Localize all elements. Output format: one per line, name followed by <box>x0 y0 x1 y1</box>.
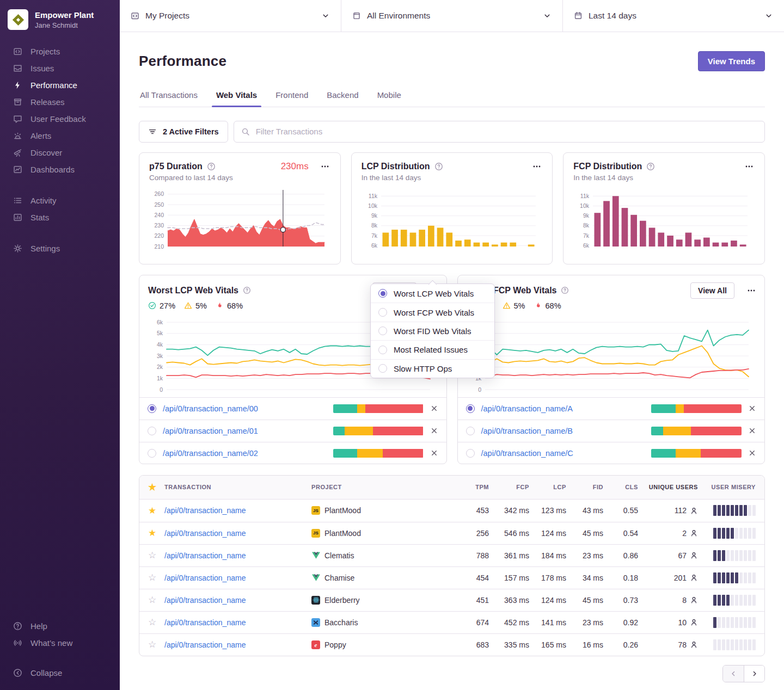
help-icon[interactable] <box>434 162 443 171</box>
view-trends-button[interactable]: View Trends <box>698 51 765 71</box>
sidebar-item-activity[interactable]: Activity <box>0 192 120 209</box>
sidebar-item-projects[interactable]: Projects <box>0 43 120 60</box>
transaction-link[interactable]: /api/0/transaction_name <box>164 506 246 515</box>
sidebar-item-discover[interactable]: Discover <box>0 144 120 161</box>
column-header-cls[interactable]: CLS <box>604 484 639 490</box>
transaction-link[interactable]: /api/0/transaction_name <box>164 640 246 649</box>
option-radio[interactable] <box>378 308 387 317</box>
card-menu-button[interactable] <box>746 285 757 296</box>
active-filters-button[interactable]: 2 Active Filters <box>139 121 228 143</box>
option-radio[interactable] <box>378 326 387 335</box>
sidebar-item-issues[interactable]: Issues <box>0 60 120 77</box>
transaction-link[interactable]: /api/0/transaction_name/02 <box>163 449 258 458</box>
transaction-radio[interactable] <box>466 449 475 458</box>
star-toggle[interactable]: ☆ <box>139 573 164 582</box>
column-header-user-misery[interactable]: User Misery <box>698 484 764 490</box>
chevron-down-icon <box>543 11 552 20</box>
transaction-link[interactable]: /api/0/transaction_name/01 <box>163 427 258 435</box>
alerts-icon <box>13 131 22 141</box>
transaction-link[interactable]: /api/0/transaction_name <box>164 551 246 560</box>
remove-transaction-button[interactable] <box>748 404 756 412</box>
tab-all-transactions[interactable]: All Transactions <box>139 87 199 107</box>
sidebar-item-performance[interactable]: Performance <box>0 77 120 94</box>
org-switcher[interactable]: Empower Plant Jane Schmidt <box>0 0 120 34</box>
help-icon[interactable] <box>207 162 216 171</box>
misery-bar <box>752 505 756 516</box>
transaction-radio[interactable] <box>148 449 156 458</box>
next-page-button[interactable] <box>744 666 764 682</box>
remove-transaction-button[interactable] <box>430 404 438 412</box>
option-radio[interactable] <box>378 289 387 298</box>
project-filter-label: My Projects <box>145 11 189 21</box>
sidebar-item-what-s-new[interactable]: What’s new <box>0 634 120 651</box>
help-icon[interactable] <box>646 162 655 171</box>
transaction-radio[interactable] <box>466 427 475 435</box>
star-toggle[interactable]: ★ <box>139 506 164 515</box>
card-menu-button[interactable] <box>744 161 755 172</box>
column-header-fcp[interactable]: FCP <box>490 484 530 490</box>
sidebar-item-alerts[interactable]: Alerts <box>0 127 120 144</box>
column-header-fid[interactable]: FID <box>567 484 604 490</box>
card-menu-button[interactable] <box>320 161 330 172</box>
transaction-link[interactable]: /api/0/transaction_name/A <box>481 404 573 413</box>
remove-transaction-button[interactable] <box>430 449 438 457</box>
transaction-radio[interactable] <box>148 404 156 413</box>
previous-page-button[interactable] <box>723 666 744 682</box>
sidebar-item-stats[interactable]: Stats <box>0 209 120 226</box>
project-filter-dropdown[interactable]: My Projects <box>120 0 341 32</box>
remove-transaction-button[interactable] <box>748 427 756 435</box>
context-menu-option[interactable]: Worst FCP Web Vitals <box>371 303 494 321</box>
unique-users-value: 78 <box>678 640 687 649</box>
transaction-link[interactable]: /api/0/transaction_name <box>164 618 246 627</box>
star-toggle[interactable]: ☆ <box>139 551 164 560</box>
context-menu-option[interactable]: Most Related Issues <box>371 340 494 359</box>
column-header-project[interactable]: Project <box>311 484 457 490</box>
transaction-link[interactable]: /api/0/transaction_name/C <box>481 449 573 458</box>
context-menu-option[interactable]: Slow HTTP Ops <box>371 359 494 378</box>
remove-transaction-button[interactable] <box>430 427 438 435</box>
misery-bar <box>731 528 734 539</box>
remove-transaction-button[interactable] <box>748 449 756 457</box>
environment-filter-dropdown[interactable]: All Environments <box>341 0 562 32</box>
star-toggle[interactable]: ☆ <box>139 640 164 649</box>
question-icon[interactable] <box>561 286 569 294</box>
column-header-lcp[interactable]: LCP <box>530 484 567 490</box>
star-toggle[interactable]: ☆ <box>139 595 164 605</box>
sidebar-item-settings[interactable]: Settings <box>0 240 120 257</box>
transaction-link[interactable]: /api/0/transaction_name <box>164 574 246 582</box>
transaction-search[interactable] <box>234 121 765 143</box>
transaction-radio[interactable] <box>148 427 156 435</box>
sidebar-item-user-feedback[interactable]: User Feedback <box>0 110 120 127</box>
sidebar-item-collapse[interactable]: Collapse <box>0 664 120 681</box>
option-radio[interactable] <box>378 346 387 354</box>
view-all-button[interactable]: View All <box>690 282 734 299</box>
sidebar-item-help[interactable]: Help <box>0 618 120 634</box>
tab-web-vitals[interactable]: Web Vitals <box>215 87 258 107</box>
column-header-tpm[interactable]: TPM <box>457 484 490 490</box>
tab-frontend[interactable]: Frontend <box>274 87 309 107</box>
header-star-icon: ★ <box>139 483 164 492</box>
card-menu-button[interactable] <box>531 161 542 172</box>
transaction-link[interactable]: /api/0/transaction_name/B <box>481 427 573 435</box>
transaction-radio[interactable] <box>466 404 475 413</box>
tab-mobile[interactable]: Mobile <box>376 87 402 107</box>
option-radio[interactable] <box>378 364 387 373</box>
projects-filter-icon <box>131 11 139 20</box>
misery-bar <box>722 505 725 516</box>
context-menu-option[interactable]: Worst LCP Web Vitals <box>371 284 494 303</box>
sidebar-item-dashboards[interactable]: Dashboards <box>0 161 120 178</box>
date-filter-dropdown[interactable]: Last 14 days <box>562 0 784 32</box>
transaction-link[interactable]: /api/0/transaction_name <box>164 529 246 538</box>
column-header-unique-users[interactable]: Unique Users <box>639 484 698 490</box>
context-menu-option[interactable]: Worst FID Web Vitals <box>371 322 494 340</box>
search-input[interactable] <box>255 126 757 137</box>
svg-text:3k: 3k <box>157 352 163 359</box>
sidebar-item-releases[interactable]: Releases <box>0 94 120 110</box>
transaction-link[interactable]: /api/0/transaction_name <box>164 596 246 605</box>
column-header-transaction[interactable]: Transaction <box>164 484 311 490</box>
question-icon[interactable] <box>243 286 251 294</box>
star-toggle[interactable]: ★ <box>139 528 164 538</box>
tab-backend[interactable]: Backend <box>326 87 359 107</box>
star-toggle[interactable]: ☆ <box>139 618 164 627</box>
transaction-link[interactable]: /api/0/transaction_name/00 <box>163 404 258 413</box>
